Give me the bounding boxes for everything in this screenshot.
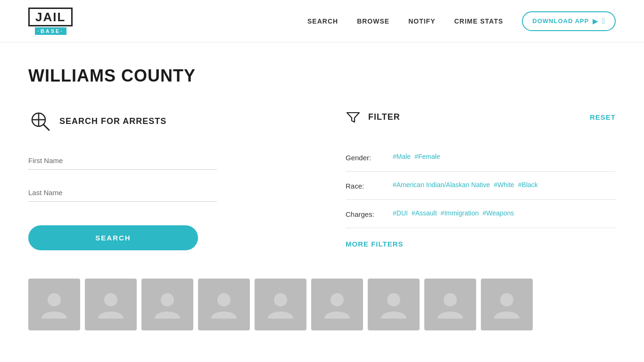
tag-female[interactable]: #Female (414, 153, 440, 160)
filter-header-left: FILTER (346, 109, 400, 124)
profile-card[interactable] (85, 279, 137, 330)
reset-button[interactable]: RESET (590, 113, 616, 121)
charges-label: Charges: (346, 209, 383, 218)
content-grid: SEARCH FOR ARRESTS SEARCH FILTER RESET (28, 109, 616, 250)
profile-card[interactable] (368, 279, 420, 330)
profile-card[interactable] (28, 279, 80, 330)
svg-point-11 (444, 293, 457, 306)
logo-base-text: ·BASE· (35, 27, 66, 35)
profile-card[interactable] (311, 279, 363, 330)
profile-card[interactable] (198, 279, 250, 330)
filter-header: FILTER RESET (346, 109, 616, 124)
tag-white[interactable]: #White (494, 181, 514, 189)
person-silhouette (434, 288, 467, 321)
filter-race-row: Race: #American Indian/Alaskan Native #W… (346, 172, 616, 200)
page-title: WILLIAMS COUNTY (28, 66, 616, 86)
person-silhouette (321, 288, 354, 321)
search-button[interactable]: SEARCH (28, 225, 198, 250)
person-silhouette (264, 288, 297, 321)
nav-crime-stats[interactable]: CRIME STATS (454, 17, 503, 25)
profile-card[interactable] (255, 279, 306, 330)
logo-jail-text: JAIL (35, 11, 66, 23)
tag-black[interactable]: #Black (518, 181, 538, 189)
race-label: Race: (346, 181, 383, 190)
first-name-input[interactable] (28, 152, 217, 170)
last-name-group (28, 184, 298, 202)
search-section-header: SEARCH FOR ARRESTS (28, 109, 298, 133)
svg-point-5 (104, 293, 117, 306)
main-nav: SEARCH BROWSE NOTIFY CRIME STATS DOWNLOA… (307, 11, 616, 31)
race-tags: #American Indian/Alaskan Native #White #… (393, 181, 538, 189)
filter-icon (346, 109, 361, 124)
main-content: WILLIAMS COUNTY SEARCH FOR (0, 42, 644, 362)
svg-point-7 (217, 293, 231, 306)
filter-section-title: FILTER (368, 112, 400, 122)
play-icon: ▶ (593, 17, 598, 25)
tag-immigration[interactable]: #Immigration (441, 209, 479, 217)
tag-male[interactable]: #Male (393, 153, 411, 160)
person-silhouette (151, 288, 184, 321)
profile-card[interactable] (424, 279, 476, 330)
logo[interactable]: JAIL ·BASE· (28, 8, 73, 35)
download-app-button[interactable]: DOWNLOAD APP ▶  (522, 11, 616, 31)
tag-american-indian[interactable]: #American Indian/Alaskan Native (393, 181, 490, 189)
site-header: JAIL ·BASE· SEARCH BROWSE NOTIFY CRIME S… (0, 0, 644, 42)
gender-tags: #Male #Female (393, 153, 440, 160)
download-app-label: DOWNLOAD APP (532, 17, 589, 25)
person-silhouette (377, 288, 410, 321)
filter-gender-row: Gender: #Male #Female (346, 143, 616, 172)
tag-assault[interactable]: #Assault (412, 209, 437, 217)
nav-search[interactable]: SEARCH (307, 17, 338, 25)
svg-point-8 (274, 293, 287, 306)
svg-line-3 (43, 124, 49, 130)
gender-label: Gender: (346, 153, 383, 162)
profiles-row (28, 279, 616, 330)
svg-point-9 (330, 293, 344, 306)
tag-weapons[interactable]: #Weapons (483, 209, 514, 217)
svg-point-10 (387, 293, 400, 306)
person-silhouette (38, 288, 71, 321)
person-silhouette (94, 288, 127, 321)
nav-browse[interactable]: BROWSE (357, 17, 389, 25)
person-silhouette (490, 288, 523, 321)
apple-icon:  (602, 17, 605, 25)
profile-card[interactable] (141, 279, 193, 330)
search-section-title: SEARCH FOR ARRESTS (59, 116, 166, 126)
filter-charges-row: Charges: #DUI #Assault #Immigration #Wea… (346, 200, 616, 228)
svg-point-6 (161, 293, 174, 306)
svg-point-4 (48, 293, 61, 306)
first-name-group (28, 152, 298, 170)
tag-dui[interactable]: #DUI (393, 209, 408, 217)
charges-tags: #DUI #Assault #Immigration #Weapons (393, 209, 514, 217)
profile-card[interactable] (481, 279, 533, 330)
filter-section: FILTER RESET Gender: #Male #Female Race:… (336, 109, 616, 250)
last-name-input[interactable] (28, 184, 217, 202)
svg-point-12 (500, 293, 513, 306)
more-filters-button[interactable]: MORE FILTERS (346, 240, 404, 248)
search-section: SEARCH FOR ARRESTS SEARCH (28, 109, 308, 250)
person-silhouette (207, 288, 240, 321)
nav-notify[interactable]: NOTIFY (408, 17, 435, 25)
search-arrests-icon (28, 109, 52, 133)
